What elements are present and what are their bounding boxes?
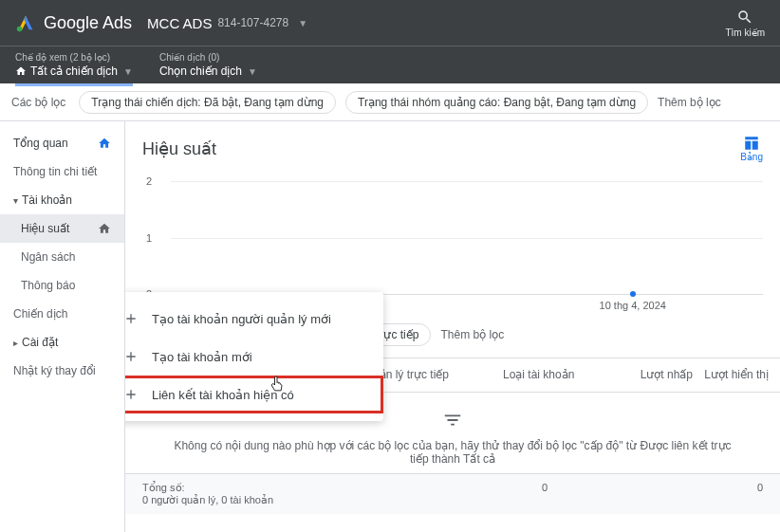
filter-icon xyxy=(442,410,463,431)
chevron-down-icon: ▼ xyxy=(123,66,133,77)
dropdown-item-link-existing[interactable]: Liên kết tài khoản hiện có xyxy=(125,376,383,413)
footer-clicks: 0 xyxy=(472,482,548,506)
chevron-down-icon: ▼ xyxy=(248,66,257,77)
th-clicks[interactable]: Lượt nhấp xyxy=(617,368,693,382)
sidebar-item-notifications[interactable]: Thông báo xyxy=(0,271,124,300)
chart-xtick: 10 thg 4, 2024 xyxy=(600,300,666,311)
home-icon xyxy=(98,137,111,150)
sidebar: Tổng quan Thông tin chi tiết ▾Tài khoản … xyxy=(0,121,125,532)
home-icon xyxy=(98,222,111,235)
th-account-type[interactable]: Loại tài khoản xyxy=(503,368,617,382)
chart-ytick: 1 xyxy=(146,232,152,244)
add-filter-button[interactable]: Thêm bộ lọc xyxy=(658,96,721,109)
campaign-selector[interactable]: Chiến dịch (0) Chọn chiến dịch ▼ xyxy=(159,52,257,78)
content: Hiệu suất Bảng 2 1 0 10 thg 4, 2024 ang … xyxy=(125,121,780,532)
footer-impressions: 0 xyxy=(687,482,763,506)
th-impressions[interactable]: Lượt hiển thị xyxy=(693,368,769,382)
google-ads-logo-icon xyxy=(15,12,36,33)
add-filter-button[interactable]: Thêm bộ lọc xyxy=(440,328,504,341)
subbar: Chế độ xem (2 bộ lọc) Tất cả chiến dịch … xyxy=(0,46,780,83)
plus-icon xyxy=(125,349,139,364)
dropdown-item-new-manager[interactable]: Tạo tài khoản người quản lý mới xyxy=(125,300,383,338)
page-title: Hiệu suất xyxy=(142,138,216,159)
table-icon xyxy=(743,135,760,152)
logo-text: Google Ads xyxy=(44,13,132,33)
account-id: 814-107-4278 xyxy=(217,16,288,29)
sidebar-item-overview[interactable]: Tổng quan xyxy=(0,129,124,157)
filter-chip-campaign-status[interactable]: Trạng thái chiến dịch: Đã bật, Đang tạm … xyxy=(79,91,336,114)
chevron-down-icon[interactable]: ▼ xyxy=(298,18,307,28)
topbar: Google Ads MCC ADS 814-107-4278 ▼ Tìm ki… xyxy=(0,0,780,46)
sidebar-item-changelog[interactable]: Nhật ký thay đổi xyxy=(0,357,124,385)
sidebar-item-performance[interactable]: Hiệu suất xyxy=(0,214,124,243)
dropdown-item-new-account[interactable]: Tạo tài khoản mới xyxy=(125,338,383,376)
chart-ytick: 2 xyxy=(146,175,152,187)
account-name[interactable]: MCC ADS xyxy=(147,15,212,31)
filterbar-label: Các bộ lọc xyxy=(11,96,65,109)
sidebar-item-accounts[interactable]: ▾Tài khoản xyxy=(0,186,124,214)
table-footer: Tổng số: 0 người quản lý, 0 tài khoản 0 … xyxy=(125,473,780,514)
plus-icon xyxy=(125,311,139,326)
search-label: Tìm kiếm xyxy=(725,28,765,38)
home-icon xyxy=(15,65,27,77)
sidebar-item-details[interactable]: Thông tin chi tiết xyxy=(0,157,124,186)
view-toggle-table[interactable]: Bảng xyxy=(740,135,763,162)
svg-point-0 xyxy=(17,27,23,31)
sidebar-item-budget[interactable]: Ngân sách xyxy=(0,243,124,271)
view-mode-selector[interactable]: Chế độ xem (2 bộ lọc) Tất cả chiến dịch … xyxy=(15,52,133,78)
create-account-dropdown: Tạo tài khoản người quản lý mới Tạo tài … xyxy=(125,292,383,421)
filterbar: Các bộ lọc Trạng thái chiến dịch: Đã bật… xyxy=(0,83,780,121)
sidebar-item-settings[interactable]: ▸Cài đặt xyxy=(0,328,124,357)
search-icon xyxy=(736,9,753,26)
search-button[interactable]: Tìm kiếm xyxy=(725,9,765,38)
filter-chip-adgroup-status[interactable]: Trạng thái nhóm quảng cáo: Đang bật, Đan… xyxy=(345,91,648,114)
performance-chart: 2 1 0 10 thg 4, 2024 xyxy=(171,181,763,295)
plus-icon xyxy=(125,387,139,402)
sidebar-item-campaigns[interactable]: Chiến dịch xyxy=(0,300,124,328)
chart-data-point xyxy=(630,291,636,297)
cursor-pointer-icon xyxy=(268,376,287,394)
